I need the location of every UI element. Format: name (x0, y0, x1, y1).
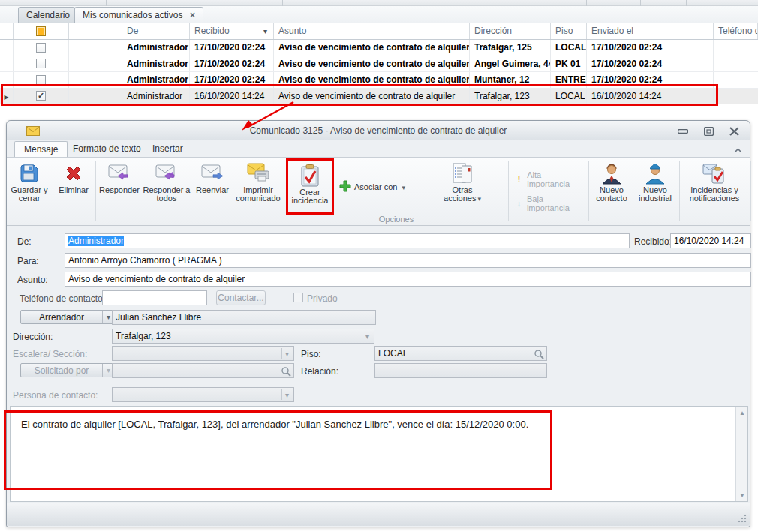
resize-grip[interactable] (738, 514, 747, 523)
table-row[interactable]: Administrador 17/10/2020 02:24 Aviso de … (0, 72, 758, 89)
scroll-down-icon[interactable] (736, 489, 748, 501)
message-body-text: El contrato de alquiler [LOCAL, Trafalga… (21, 419, 729, 430)
message-body[interactable]: El contrato de alquiler [LOCAL, Trafalga… (10, 406, 748, 502)
recibido-field[interactable]: 16/10/2020 14:24 (670, 233, 751, 248)
collapse-ribbon-icon[interactable] (734, 145, 742, 155)
persona-label: Persona de contacto: (13, 390, 98, 401)
tab-insertar[interactable]: Insertar (143, 141, 192, 157)
col-header-direccion[interactable]: Dirección (470, 23, 551, 39)
escalera-combo[interactable] (112, 346, 294, 361)
arrendador-field[interactable]: Julian Sanchez Llibre (112, 310, 376, 325)
table-row-selected[interactable]: Administrador 16/10/2020 14:24 Aviso de … (0, 89, 758, 105)
close-comunicado-button[interactable]: Cerrar (752, 158, 758, 215)
col-header-piso[interactable]: Piso (551, 23, 587, 39)
chevron-down-icon (400, 182, 405, 191)
privado-checkbox[interactable] (293, 293, 303, 302)
select-all-checkbox-icon[interactable] (36, 26, 46, 36)
reply-all-icon (155, 161, 179, 186)
forward-icon (201, 161, 224, 186)
tab-calendario-label: Calendario (26, 10, 70, 20)
high-importance-icon: ! (516, 175, 522, 184)
create-incident-icon (300, 163, 320, 188)
row-checkbox[interactable] (36, 43, 46, 53)
save-icon (19, 161, 40, 186)
contactar-button[interactable]: Contactar... (216, 290, 266, 305)
relacion-label: Relación: (301, 366, 338, 377)
chevron-down-icon (281, 348, 292, 359)
new-contact-button[interactable]: Nuevo contacto (590, 158, 633, 215)
plus-icon (339, 180, 351, 194)
delete-button[interactable]: Eliminar (54, 158, 93, 215)
new-industrial-button[interactable]: Nuevo industrial (633, 158, 677, 215)
message-form: De: Administrador Recibido: 16/10/2020 1… (7, 226, 750, 406)
select-all-header[interactable] (14, 23, 69, 39)
arrendador-split-button[interactable]: Arrendador (20, 310, 115, 324)
tab-mis-comunicados[interactable]: Mis comunicados activos × (74, 7, 203, 23)
table-row[interactable]: Administrador 17/10/2020 02:24 Aviso de … (0, 56, 758, 73)
table-row[interactable]: Administrador 17/10/2020 02:24 Aviso de … (0, 40, 758, 56)
para-field[interactable]: Antonio Arroyo Chamorro ( PRAGMA ) (65, 253, 751, 268)
direccion-label: Dirección: (13, 332, 53, 342)
solicitado-field[interactable] (112, 363, 294, 378)
print-icon (246, 161, 270, 186)
top-toolbar-strip (0, 0, 758, 6)
minimize-button[interactable] (676, 127, 690, 136)
close-button[interactable] (727, 127, 741, 136)
col-header-recibido[interactable]: Recibido (190, 23, 274, 39)
incidents-notifications-icon (702, 161, 726, 186)
scroll-up-icon[interactable] (736, 407, 748, 419)
window-title: Comunicado 3125 - Aviso de vencimiento d… (7, 125, 750, 136)
forward-button[interactable]: Reenviar (191, 158, 233, 215)
create-incident-button[interactable]: Crear incidencia (288, 161, 332, 212)
de-field[interactable]: Administrador (65, 233, 630, 248)
incidents-notifications-button[interactable]: Incidencias y notificaciones (681, 158, 748, 215)
row-checkbox[interactable] (36, 59, 46, 68)
vertical-scrollbar[interactable] (735, 407, 747, 501)
col-header-enviado[interactable]: Enviado el (587, 23, 714, 39)
close-tab-icon[interactable]: × (190, 11, 195, 20)
col-header-telefono[interactable]: Teléfono d (714, 23, 758, 39)
new-industrial-icon (644, 161, 666, 186)
direccion-combo[interactable]: Trafalgar, 123 (112, 329, 374, 344)
other-actions-icon (452, 161, 473, 186)
para-label: Para: (17, 256, 39, 266)
high-importance-button[interactable]: ! Alta importancia (516, 170, 582, 188)
chevron-down-icon[interactable] (362, 331, 372, 341)
telefono-label: Teléfono de contacto: (20, 293, 105, 304)
other-actions-button[interactable]: Otras acciones (438, 158, 486, 215)
de-label: De: (17, 236, 32, 247)
low-importance-button[interactable]: ↓ Baja importancia (516, 194, 582, 212)
telefono-field[interactable] (102, 290, 207, 305)
magnifier-icon (281, 366, 291, 378)
asunto-field[interactable]: Aviso de vencimiento de contrato de alqu… (65, 272, 751, 287)
escalera-label: Escalera/ Sección: (13, 349, 87, 359)
piso-field[interactable]: LOCAL (374, 346, 547, 361)
row-checkbox-checked[interactable] (36, 91, 46, 101)
privado-label: Privado (307, 293, 338, 304)
relacion-field[interactable] (374, 363, 547, 378)
reply-icon (108, 161, 131, 186)
grid-header-row: De Recibido Asunto Dirección Piso Enviad… (0, 23, 758, 40)
tab-mensaje[interactable]: Mensaje (14, 141, 68, 157)
persona-combo[interactable] (112, 387, 294, 402)
maximize-button[interactable] (702, 127, 715, 136)
col-header-asunto[interactable]: Asunto (274, 23, 470, 39)
magnifier-icon[interactable] (534, 349, 544, 361)
save-close-button[interactable]: Guardar y cerrar (8, 158, 50, 215)
app-screen: Calendario Mis comunicados activos × De … (0, 0, 758, 532)
reply-button[interactable]: Responder (97, 158, 142, 215)
row-checkbox[interactable] (36, 75, 46, 85)
reply-all-button[interactable]: Responder a todos (142, 158, 191, 215)
print-button[interactable]: Imprimir comunicado (233, 158, 283, 215)
new-contact-icon (600, 161, 623, 186)
tab-mis-comunicados-label: Mis comunicados activos (83, 8, 182, 23)
solicitado-split-button[interactable]: Solicitado por (20, 363, 115, 377)
associate-with-button[interactable]: Asociar con (339, 180, 405, 194)
col-header-de[interactable]: De (122, 23, 190, 39)
chevron-down-icon (476, 194, 481, 203)
document-tab-bar: Calendario Mis comunicados activos × (0, 6, 758, 23)
window-titlebar[interactable]: Comunicado 3125 - Aviso de vencimiento d… (7, 121, 750, 140)
piso-label: Piso: (301, 349, 321, 359)
tab-formato-de-texto[interactable]: Formato de texto (64, 141, 150, 157)
tab-calendario[interactable]: Calendario (18, 7, 75, 23)
